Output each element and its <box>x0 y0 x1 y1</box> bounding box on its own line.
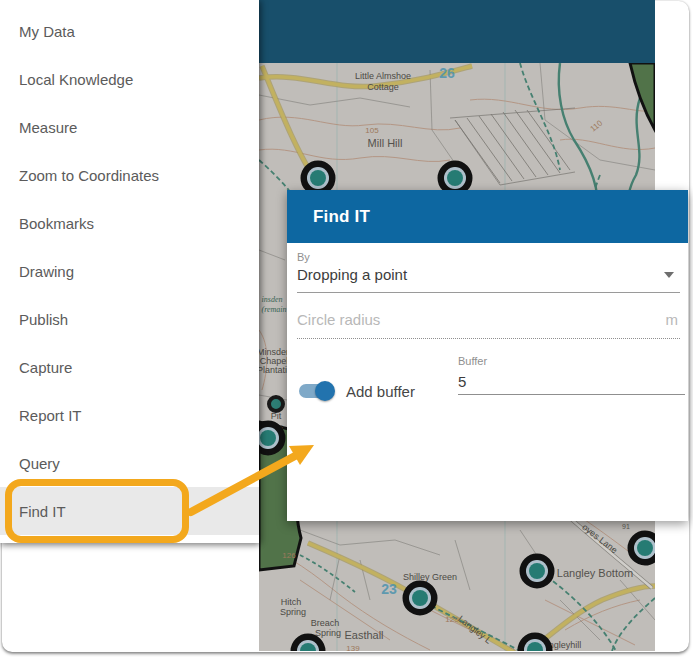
find-it-panel: Find IT By Dropping a point Circle radiu… <box>287 190 688 521</box>
sidebar-item-label: Drawing <box>19 263 74 280</box>
app-window: Little AlmshoeCottage26Mill Hill105110in… <box>0 0 693 657</box>
sidebar-item-report-it[interactable]: Report IT <box>0 391 259 439</box>
tools-menu: My DataLocal KnowledgeMeasureZoom to Coo… <box>0 0 259 543</box>
sidebar-item-zoom-to-coordinates[interactable]: Zoom to Coordinates <box>0 151 259 199</box>
by-label: By <box>297 243 680 263</box>
buffer-label: Buffer <box>458 355 685 367</box>
sidebar-item-label: Find IT <box>19 503 66 520</box>
toggle-thumb <box>315 381 335 401</box>
sidebar-item-local-knowledge[interactable]: Local Knowledge <box>0 55 259 103</box>
by-select-value: Dropping a point <box>297 266 407 283</box>
sidebar-item-drawing[interactable]: Drawing <box>0 247 259 295</box>
sidebar-item-my-data[interactable]: My Data <box>0 7 259 55</box>
circle-radius-unit: m <box>666 311 679 328</box>
add-buffer-toggle[interactable] <box>299 384 333 398</box>
sidebar-item-label: Capture <box>19 359 72 376</box>
sidebar-item-find-it[interactable]: Find IT <box>0 487 259 535</box>
circle-radius-placeholder: Circle radius <box>297 311 380 328</box>
sidebar-item-label: Bookmarks <box>19 215 94 232</box>
find-it-panel-header: Find IT <box>287 190 688 243</box>
sidebar-item-capture[interactable]: Capture <box>0 343 259 391</box>
add-buffer-label: Add buffer <box>346 383 415 400</box>
sidebar-item-label: Local Knowledge <box>19 71 133 88</box>
sidebar-item-publish[interactable]: Publish <box>0 295 259 343</box>
sidebar-item-query[interactable]: Query <box>0 439 259 487</box>
find-it-panel-body: By Dropping a point Circle radius m Add … <box>287 243 688 521</box>
sidebar-item-label: Report IT <box>19 407 82 424</box>
buffer-input[interactable]: 5 <box>458 373 685 395</box>
sidebar-item-label: My Data <box>19 23 75 40</box>
panel-title: Find IT <box>313 207 370 227</box>
sidebar-item-measure[interactable]: Measure <box>0 103 259 151</box>
circle-radius-field[interactable]: Circle radius m <box>297 311 680 339</box>
chevron-down-icon <box>664 272 674 278</box>
sidebar-item-label: Query <box>19 455 60 472</box>
sidebar-item-label: Measure <box>19 119 77 136</box>
by-select[interactable]: Dropping a point <box>297 263 680 293</box>
sidebar-item-bookmarks[interactable]: Bookmarks <box>0 199 259 247</box>
sidebar-item-label: Zoom to Coordinates <box>19 167 159 184</box>
sidebar-item-label: Publish <box>19 311 68 328</box>
